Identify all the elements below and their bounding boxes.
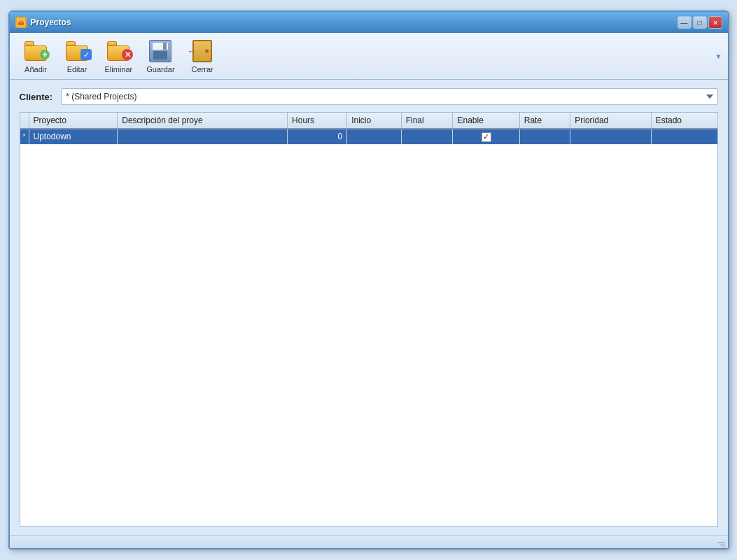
enable-checkbox[interactable]: ✓ [482, 132, 491, 142]
toolbar: + Añadir ✓ Editar ✕ [10, 33, 728, 80]
delete-icon: ✕ [106, 38, 131, 64]
table-row[interactable]: * Uptodown 0 ✓ [20, 129, 717, 144]
col-estado: Estado [651, 113, 717, 129]
delete-button[interactable]: ✕ Eliminar [99, 36, 139, 76]
title-bar-left: Proyectos [15, 17, 71, 28]
inicio-cell [347, 129, 402, 144]
projects-table-container: Proyecto Descripción del proye Hours Ini… [20, 112, 718, 527]
col-rate: Rate [519, 113, 570, 129]
delete-label: Eliminar [105, 65, 133, 74]
rate-cell [519, 129, 570, 144]
col-final: Final [401, 113, 453, 129]
save-label: Guardar [146, 65, 174, 74]
save-button[interactable]: Guardar [141, 36, 180, 76]
main-window: Proyectos — □ ✕ + Añadir [8, 10, 729, 550]
add-button[interactable]: + Añadir [17, 36, 55, 76]
maximize-button[interactable]: □ [693, 16, 707, 29]
col-enable: Enable [453, 113, 519, 129]
close-button[interactable]: ← Cerrar [183, 36, 222, 76]
col-inicio: Inicio [347, 113, 402, 129]
status-bar [10, 536, 728, 548]
estado-cell [651, 129, 717, 144]
proyecto-cell: Uptodown [29, 129, 118, 144]
table-header-row: Proyecto Descripción del proye Hours Ini… [20, 113, 717, 129]
col-proyecto: Proyecto [29, 113, 118, 129]
prioridad-cell [570, 129, 651, 144]
hours-cell: 0 [288, 129, 347, 144]
client-row: Cliente: * (Shared Projects) [20, 88, 718, 105]
final-cell [401, 129, 453, 144]
add-icon: + [23, 38, 48, 64]
content-area: Cliente: * (Shared Projects) Proyecto De… [10, 80, 728, 536]
edit-button[interactable]: ✓ Editar [58, 36, 97, 76]
row-marker-cell: * [20, 129, 29, 144]
col-marker [20, 113, 29, 129]
svg-rect-2 [20, 20, 23, 23]
col-hours: Hours [288, 113, 347, 129]
app-icon [15, 17, 27, 28]
resize-grip[interactable] [715, 538, 725, 547]
close-label: Cerrar [192, 65, 213, 74]
save-icon [148, 38, 173, 64]
col-prioridad: Prioridad [570, 113, 651, 129]
edit-label: Editar [67, 65, 87, 74]
client-select[interactable]: * (Shared Projects) [61, 88, 717, 105]
col-descripcion: Descripción del proye [118, 113, 288, 129]
minimize-button[interactable]: — [678, 16, 692, 29]
title-bar: Proyectos — □ ✕ [10, 12, 728, 33]
close-window-button[interactable]: ✕ [708, 16, 722, 29]
add-label: Añadir [24, 65, 47, 74]
descripcion-cell [118, 129, 288, 144]
close-icon: ← [190, 38, 215, 64]
window-controls: — □ ✕ [678, 16, 722, 29]
edit-icon: ✓ [64, 38, 90, 64]
window-title: Proyectos [31, 18, 71, 27]
client-label: Cliente: [20, 92, 53, 102]
enable-cell: ✓ [453, 129, 519, 144]
projects-table: Proyecto Descripción del proye Hours Ini… [20, 113, 717, 144]
